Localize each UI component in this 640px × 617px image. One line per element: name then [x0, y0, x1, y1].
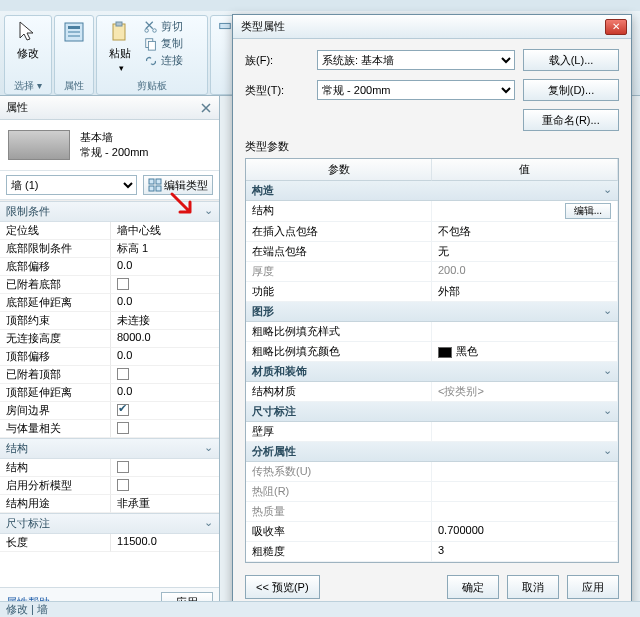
section-dimensions[interactable]: 尺寸标注⌄	[0, 513, 219, 534]
link-icon	[144, 54, 158, 68]
cut-button[interactable]: 剪切	[141, 18, 186, 35]
svg-rect-3	[68, 35, 80, 37]
value-coarse-pattern[interactable]	[432, 322, 618, 342]
value-function[interactable]: 外部	[432, 282, 618, 302]
gsection-material[interactable]: 材质和装饰⌄	[246, 362, 618, 382]
rename-button[interactable]: 重命名(R)...	[523, 109, 619, 131]
scissors-icon	[144, 20, 158, 34]
value-wall-thickness[interactable]	[432, 422, 618, 442]
grid-header-param: 参数	[246, 159, 432, 181]
value-structural[interactable]	[110, 459, 219, 477]
svg-point-6	[145, 28, 149, 32]
family-select[interactable]: 系统族: 基本墙	[317, 50, 515, 70]
value-base-attached[interactable]	[110, 276, 219, 294]
value-unconnected-height[interactable]: 8000.0	[110, 330, 219, 348]
gsection-construction[interactable]: 构造⌄	[246, 181, 618, 201]
svg-rect-14	[156, 179, 161, 184]
properties-icon	[62, 20, 86, 44]
gsection-analysis[interactable]: 分析属性⌄	[246, 442, 618, 462]
svg-point-7	[153, 28, 157, 32]
value-base-extension[interactable]: 0.0	[110, 294, 219, 312]
value-thickness: 200.0	[432, 262, 618, 282]
family-name-label: 基本墙	[80, 130, 148, 145]
group-label-clipboard: 剪贴板	[97, 79, 207, 93]
properties-title-label: 属性	[6, 100, 28, 115]
value-top-constraint[interactable]: 未连接	[110, 312, 219, 330]
dialog-apply-button[interactable]: 应用	[567, 575, 619, 599]
svg-rect-2	[68, 31, 80, 33]
value-location-line[interactable]: 墙中心线	[110, 222, 219, 240]
cursor-icon	[16, 20, 40, 44]
type-parameters-label: 类型参数	[233, 137, 631, 156]
edit-type-button[interactable]: 编辑类型	[143, 175, 213, 195]
ribbon-group-properties: 属性	[54, 15, 94, 95]
instance-filter-select[interactable]: 墙 (1)	[6, 175, 137, 195]
ribbon-group-clipboard: 粘贴 ▾ 剪切 复制 连接 剪贴板	[96, 15, 208, 95]
group-label-select: 选择 ▾	[5, 79, 51, 93]
value-thermal-mass	[432, 502, 618, 522]
value-base-constraint[interactable]: 标高 1	[110, 240, 219, 258]
edit-structure-button[interactable]: 编辑...	[565, 203, 611, 219]
value-wrap-ends[interactable]: 无	[432, 242, 618, 262]
preview-button[interactable]: << 预览(P)	[245, 575, 320, 599]
status-text: 修改 | 墙	[6, 603, 48, 615]
match-button[interactable]: 连接	[141, 52, 186, 69]
type-selector-header[interactable]: 基本墙 常规 - 200mm	[0, 120, 219, 171]
value-roughness[interactable]: 3	[432, 542, 618, 562]
value-room-bounding[interactable]	[110, 402, 219, 420]
properties-button[interactable]	[59, 18, 89, 46]
value-enable-analytical[interactable]	[110, 477, 219, 495]
type-properties-dialog: 类型属性 ✕ 族(F): 系统族: 基本墙 载入(L)... 类型(T): 常规…	[232, 14, 632, 610]
ribbon-group-select: 修改 选择 ▾	[4, 15, 52, 95]
properties-grid: 限制条件⌄ 定位线墙中心线 底部限制条件标高 1 底部偏移0.0 已附着底部 底…	[0, 200, 219, 587]
family-label: 族(F):	[245, 53, 309, 68]
value-base-offset[interactable]: 0.0	[110, 258, 219, 276]
paste-label: 粘贴	[109, 46, 131, 61]
ok-button[interactable]: 确定	[447, 575, 499, 599]
cancel-button[interactable]: 取消	[507, 575, 559, 599]
load-button[interactable]: 载入(L)...	[523, 49, 619, 71]
svg-rect-16	[156, 186, 161, 191]
type-select[interactable]: 常规 - 200mm	[317, 80, 515, 100]
value-structural-usage[interactable]: 非承重	[110, 495, 219, 513]
modify-label: 修改	[17, 46, 39, 61]
wall-type-swatch	[8, 130, 70, 160]
type-parameter-grid: 参数 值 构造⌄ 结构编辑... 在插入点包络不包络 在端点包络无 厚度200.…	[245, 158, 619, 563]
value-top-offset[interactable]: 0.0	[110, 348, 219, 366]
value-mass-related[interactable]	[110, 420, 219, 438]
svg-rect-1	[68, 26, 80, 29]
svg-rect-5	[116, 22, 122, 26]
group-label-properties: 属性	[55, 79, 93, 93]
paste-icon	[108, 20, 132, 44]
copy-icon	[144, 37, 158, 51]
status-bar: 修改 | 墙	[0, 601, 640, 617]
section-structure[interactable]: 结构⌄	[0, 438, 219, 459]
value-r-value	[432, 482, 618, 502]
gsection-dim[interactable]: 尺寸标注⌄	[246, 402, 618, 422]
properties-panel-title: 属性	[0, 96, 219, 120]
value-absorptance[interactable]: 0.700000	[432, 522, 618, 542]
close-icon[interactable]	[199, 101, 213, 115]
grid-header-value: 值	[432, 159, 618, 181]
value-type-structure[interactable]: 编辑...	[432, 201, 618, 222]
copy-button[interactable]: 复制	[141, 35, 186, 52]
modify-tool-button[interactable]: 修改	[9, 18, 47, 63]
value-length[interactable]: 11500.0	[110, 534, 219, 552]
svg-rect-15	[149, 186, 154, 191]
dialog-close-button[interactable]: ✕	[605, 19, 627, 35]
value-coarse-color[interactable]: 黑色	[432, 342, 618, 362]
gsection-graphics[interactable]: 图形⌄	[246, 302, 618, 322]
color-swatch-black	[438, 347, 452, 358]
value-u-value	[432, 462, 618, 482]
value-top-attached[interactable]	[110, 366, 219, 384]
svg-rect-10	[220, 23, 231, 28]
section-constraints[interactable]: 限制条件⌄	[0, 201, 219, 222]
duplicate-button[interactable]: 复制(D)...	[523, 79, 619, 101]
value-wrap-inserts[interactable]: 不包络	[432, 222, 618, 242]
edit-type-icon	[148, 178, 162, 192]
value-structural-material[interactable]: <按类别>	[432, 382, 618, 402]
type-label: 类型(T):	[245, 83, 309, 98]
paste-button[interactable]: 粘贴 ▾	[101, 18, 139, 75]
svg-rect-13	[149, 179, 154, 184]
value-top-extension[interactable]: 0.0	[110, 384, 219, 402]
